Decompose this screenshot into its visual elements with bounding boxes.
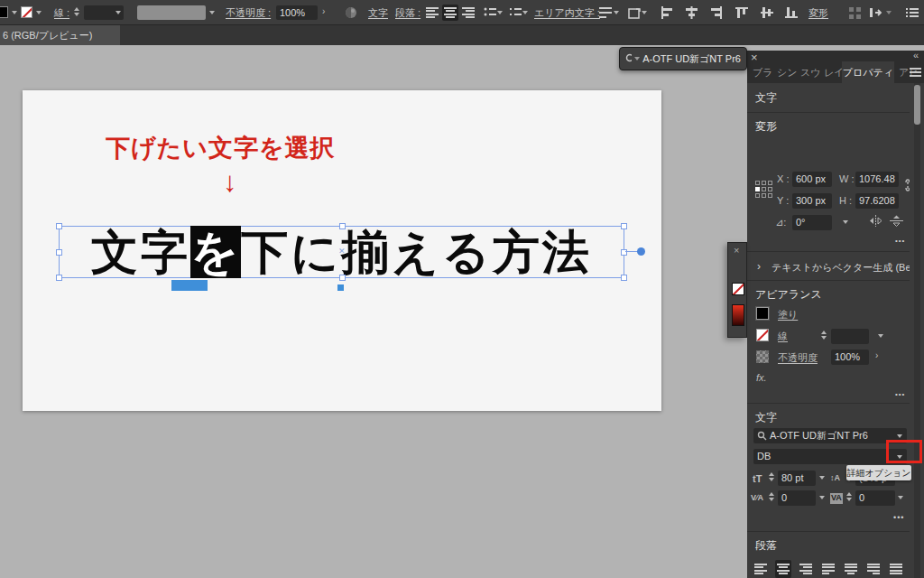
align-center-icon[interactable]: [442, 5, 458, 21]
handle-bottom-center[interactable]: [339, 275, 346, 281]
annotation-arrow-down-icon[interactable]: ↓: [223, 166, 237, 199]
stroke-none-swatch[interactable]: [756, 329, 769, 341]
v-align-middle-icon[interactable]: [759, 5, 775, 21]
angle-chevron-down-icon[interactable]: [843, 220, 848, 224]
font-size-select[interactable]: 80 pt: [778, 471, 816, 486]
handle-mid-left[interactable]: [56, 249, 62, 256]
opacity-expand-icon[interactable]: ›: [322, 6, 325, 16]
v-align-bottom-icon[interactable]: [783, 5, 799, 21]
numbered-list-icon[interactable]: [507, 5, 523, 21]
kerning-stepper[interactable]: [769, 492, 774, 501]
generative-expander-icon[interactable]: ›: [757, 260, 761, 273]
flip-vertical-icon[interactable]: [890, 215, 903, 227]
stroke-width-stepper[interactable]: [74, 7, 79, 16]
opacity-checker-icon[interactable]: [756, 350, 769, 363]
tab-layers[interactable]: レイ: [824, 61, 842, 83]
red-gradient-swatch[interactable]: [732, 304, 744, 326]
artboard-icon[interactable]: [626, 5, 642, 21]
stroke-chevron-down-icon[interactable]: [36, 11, 42, 14]
para-justify-last-right-icon[interactable]: [865, 560, 882, 578]
font-family-chevron-down-icon[interactable]: [897, 434, 902, 438]
search-chevron-down-icon[interactable]: [634, 57, 640, 61]
numbered-list-chevron-down-icon[interactable]: [522, 11, 528, 14]
handle-bottom-left[interactable]: [56, 275, 62, 281]
appearance-more-button[interactable]: •••: [895, 390, 905, 398]
character-link[interactable]: 文字: [368, 6, 388, 20]
align-left-icon[interactable]: [424, 5, 440, 21]
fill-color-swatch[interactable]: [0, 6, 8, 18]
effects-button[interactable]: fx.: [756, 372, 767, 383]
none-swatch[interactable]: [732, 283, 744, 295]
handle-top-center[interactable]: [339, 223, 346, 229]
flip-horizontal-icon[interactable]: [869, 215, 882, 227]
para-justify-last-center-icon[interactable]: [843, 560, 859, 578]
appearance-opacity-input[interactable]: 100%: [831, 350, 869, 365]
share-chevron-down-icon[interactable]: [886, 11, 892, 14]
h-input[interactable]: 97.6208: [855, 193, 899, 209]
para-justify-last-left-icon[interactable]: [820, 560, 836, 578]
stroke-color-swatch[interactable]: [21, 6, 32, 18]
y-input[interactable]: 300 px: [792, 193, 832, 209]
type-handle[interactable]: [337, 284, 344, 291]
brush-profile-select[interactable]: [137, 5, 206, 20]
paragraph-link[interactable]: 段落 :: [395, 6, 420, 20]
collapse-panel-icon[interactable]: «: [913, 50, 919, 61]
panel-menu-icon[interactable]: [910, 68, 921, 77]
handle-top-left[interactable]: [56, 223, 62, 229]
search-clear-icon[interactable]: ×: [751, 51, 758, 64]
bullet-list-chevron-down-icon[interactable]: [497, 11, 503, 14]
para-align-right-icon[interactable]: [798, 560, 814, 578]
area-type-label[interactable]: エリア内文字 :: [534, 6, 600, 20]
opacity-label[interactable]: 不透明度 :: [226, 6, 271, 20]
area-type-chevron-down-icon[interactable]: [614, 11, 619, 14]
handle-top-right[interactable]: [621, 223, 627, 229]
x-input[interactable]: 600 px: [792, 172, 832, 187]
toolbar-menu-icon[interactable]: [904, 5, 920, 21]
angle-select[interactable]: 0°: [792, 215, 832, 230]
para-justify-all-icon[interactable]: [888, 560, 904, 578]
tab-swatches[interactable]: スウ: [800, 61, 820, 83]
h-align-left-icon[interactable]: [659, 5, 675, 21]
appearance-opacity-label[interactable]: 不透明度: [778, 351, 818, 365]
reference-point-grid[interactable]: [755, 181, 772, 198]
tab-symbols[interactable]: シン: [777, 61, 797, 83]
h-align-right-icon[interactable]: [707, 5, 724, 21]
artboard-chevron-down-icon[interactable]: [642, 11, 647, 14]
kerning-select[interactable]: 0: [778, 490, 816, 506]
fill-chevron-down-icon[interactable]: [12, 11, 17, 14]
stroke-stepper[interactable]: [821, 331, 827, 340]
font-style-select[interactable]: DB: [753, 449, 907, 464]
handle-bottom-right[interactable]: [621, 275, 627, 281]
font-search-value[interactable]: A-OTF UD新ゴNT Pr6: [642, 52, 741, 66]
tab-brushes[interactable]: ブラ: [753, 61, 772, 83]
tab-properties[interactable]: プロパティ: [842, 61, 894, 83]
font-size-chevron-down-icon[interactable]: [819, 476, 825, 480]
opacity-input[interactable]: 100%: [276, 5, 318, 20]
tracking-stepper[interactable]: [846, 492, 852, 501]
transform-more-button[interactable]: •••: [895, 237, 905, 245]
recolor-icon[interactable]: [343, 5, 359, 21]
bullet-list-icon[interactable]: [482, 5, 498, 21]
v-align-top-icon[interactable]: [734, 5, 750, 21]
font-size-stepper[interactable]: [769, 472, 774, 481]
stroke-select-chevron-down-icon[interactable]: [878, 334, 883, 338]
close-icon[interactable]: ×: [734, 245, 739, 256]
align-right-icon[interactable]: [460, 5, 476, 21]
kerning-chevron-down-icon[interactable]: [819, 496, 825, 499]
stroke-width-chevron-down-icon[interactable]: [116, 11, 121, 14]
character-more-options-button[interactable]: •••: [893, 513, 904, 522]
scrollbar-track[interactable]: [914, 83, 920, 578]
area-type-align-icon[interactable]: [597, 5, 614, 21]
font-family-select[interactable]: A-OTF UD新ゴNT Pr6: [753, 428, 907, 443]
rotate-handle-dot[interactable]: [637, 247, 645, 256]
share-icon[interactable]: [868, 5, 884, 21]
generative-label[interactable]: テキストからベクター生成 (Beta): [772, 261, 922, 275]
scrollbar-thumb[interactable]: [914, 85, 920, 125]
tracking-chevron-down-icon[interactable]: [898, 496, 903, 499]
brush-chevron-down-icon[interactable]: [209, 11, 215, 14]
appearance-opacity-expand-icon[interactable]: ›: [875, 350, 878, 360]
document-tab[interactable]: 6 (RGB/プレビュー): [0, 25, 120, 45]
fill-label[interactable]: 塗り: [778, 308, 798, 322]
para-align-center-icon[interactable]: [775, 560, 791, 578]
fill-swatch[interactable]: [756, 307, 769, 320]
